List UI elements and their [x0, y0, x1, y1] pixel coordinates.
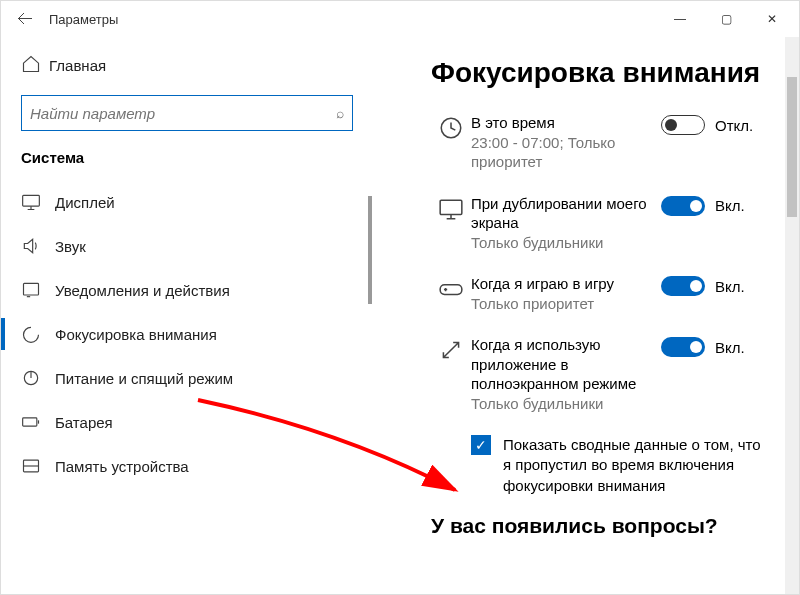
- rule-sub: Только будильники: [471, 394, 655, 414]
- sidebar-item-label: Звук: [55, 238, 86, 255]
- main: Фокусировка внимания В это время 23:00 -…: [373, 37, 799, 594]
- summary-checkbox-row[interactable]: ✓ Показать сводные данные о том, что я п…: [471, 435, 767, 496]
- help-heading: У вас появились вопросы?: [431, 514, 767, 538]
- svg-rect-6: [440, 200, 462, 214]
- sidebar-scroll-thumb[interactable]: [368, 196, 372, 304]
- sidebar-item-focus[interactable]: Фокусировка внимания: [1, 312, 373, 356]
- sidebar-item-label: Уведомления и действия: [55, 282, 230, 299]
- content: Фокусировка внимания В это время 23:00 -…: [373, 37, 785, 594]
- rule-title: При дублировании моего экрана: [471, 194, 655, 233]
- monitor-icon: [431, 194, 471, 222]
- notifications-icon: [21, 280, 55, 300]
- toggle-switch[interactable]: [661, 115, 705, 135]
- sidebar-item-label: Дисплей: [55, 194, 115, 211]
- home-label: Главная: [49, 57, 106, 74]
- svg-rect-1: [24, 283, 39, 295]
- sidebar-item-label: Фокусировка внимания: [55, 326, 217, 343]
- rule-text: Когда я использую приложение в полноэкра…: [471, 335, 661, 413]
- toggle-label: Вкл.: [715, 339, 745, 356]
- rule-title: В это время: [471, 113, 655, 133]
- sidebar-item-label: Питание и спящий режим: [55, 370, 233, 387]
- sidebar-item-label: Память устройства: [55, 458, 189, 475]
- search-wrap: ⌕: [21, 95, 353, 131]
- sidebar-item-notifications[interactable]: Уведомления и действия: [1, 268, 373, 312]
- display-icon: [21, 192, 55, 212]
- window-title: Параметры: [49, 12, 118, 27]
- close-button[interactable]: ✕: [749, 3, 795, 35]
- fullscreen-icon: [431, 335, 471, 363]
- sidebar-item-power[interactable]: Питание и спящий режим: [1, 356, 373, 400]
- battery-icon: [21, 412, 55, 432]
- toggle-col: Откл.: [661, 113, 767, 135]
- toggle-switch[interactable]: [661, 196, 705, 216]
- search-box[interactable]: ⌕: [21, 95, 353, 131]
- sidebar-item-label: Батарея: [55, 414, 113, 431]
- rule-fullscreen[interactable]: Когда я использую приложение в полноэкра…: [431, 335, 767, 413]
- page-heading: Фокусировка внимания: [431, 57, 767, 89]
- toggle-switch[interactable]: [661, 337, 705, 357]
- titlebar: 🡠 Параметры — ▢ ✕: [1, 1, 799, 37]
- sidebar-item-display[interactable]: Дисплей: [1, 180, 373, 224]
- toggle-col: Вкл.: [661, 274, 767, 296]
- maximize-button[interactable]: ▢: [703, 3, 749, 35]
- toggle-switch[interactable]: [661, 276, 705, 296]
- sidebar: Главная ⌕ Система Дисплей Звук: [1, 37, 373, 594]
- toggle-col: Вкл.: [661, 335, 767, 357]
- back-button[interactable]: 🡠: [5, 10, 45, 28]
- sound-icon: [21, 236, 55, 256]
- checkbox-checked-icon[interactable]: ✓: [471, 435, 491, 455]
- toggle-label: Откл.: [715, 117, 753, 134]
- sidebar-item-storage[interactable]: Память устройства: [1, 444, 373, 488]
- svg-rect-3: [23, 418, 37, 426]
- checkbox-label: Показать сводные данные о том, что я про…: [503, 435, 767, 496]
- minimize-button[interactable]: —: [657, 3, 703, 35]
- scrollbar[interactable]: [785, 37, 799, 594]
- svg-rect-0: [23, 195, 40, 206]
- category-heading: Система: [1, 149, 373, 180]
- sidebar-item-sound[interactable]: Звук: [1, 224, 373, 268]
- clock-icon: [431, 113, 471, 141]
- rule-text: Когда я играю в игру Только приоритет: [471, 274, 661, 313]
- rule-title: Когда я играю в игру: [471, 274, 655, 294]
- rule-title: Когда я использую приложение в полноэкра…: [471, 335, 655, 394]
- gamepad-icon: [431, 274, 471, 302]
- rule-sub: 23:00 - 07:00; Только приоритет: [471, 133, 655, 172]
- rule-text: При дублировании моего экрана Только буд…: [471, 194, 661, 253]
- storage-icon: [21, 456, 55, 476]
- rule-time[interactable]: В это время 23:00 - 07:00; Только приори…: [431, 113, 767, 172]
- body: Главная ⌕ Система Дисплей Звук: [1, 37, 799, 594]
- settings-window: 🡠 Параметры — ▢ ✕ Главная ⌕ Система: [0, 0, 800, 595]
- rule-text: В это время 23:00 - 07:00; Только приори…: [471, 113, 661, 172]
- toggle-label: Вкл.: [715, 278, 745, 295]
- rule-duplicate-screen[interactable]: При дублировании моего экрана Только буд…: [431, 194, 767, 253]
- rule-sub: Только будильники: [471, 233, 655, 253]
- home-icon: [21, 54, 49, 77]
- power-icon: [21, 368, 55, 388]
- sidebar-item-battery[interactable]: Батарея: [1, 400, 373, 444]
- search-icon: ⌕: [336, 105, 344, 121]
- rule-gaming[interactable]: Когда я играю в игру Только приоритет Вк…: [431, 274, 767, 313]
- toggle-col: Вкл.: [661, 194, 767, 216]
- home-link[interactable]: Главная: [1, 45, 373, 85]
- toggle-label: Вкл.: [715, 197, 745, 214]
- rule-sub: Только приоритет: [471, 294, 655, 314]
- scrollbar-thumb[interactable]: [787, 77, 797, 217]
- window-controls: — ▢ ✕: [657, 3, 795, 35]
- search-input[interactable]: [30, 105, 336, 122]
- focus-icon: [21, 324, 55, 344]
